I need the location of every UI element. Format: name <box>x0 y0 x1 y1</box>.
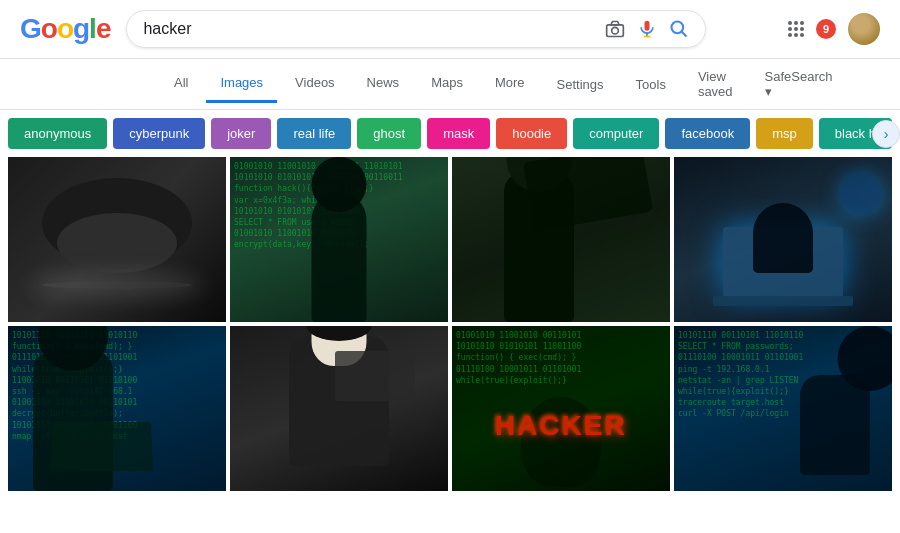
search-submit-icon[interactable] <box>669 19 689 39</box>
chip-msp[interactable]: msp <box>756 118 813 149</box>
header-right: 9 <box>788 13 880 45</box>
nav-bar: All Images Videos News Maps More Setting… <box>0 59 900 110</box>
nav-videos[interactable]: Videos <box>281 65 349 103</box>
image-card-hood-green[interactable]: 01001010 11001010 00110101 11010101 1010… <box>230 157 448 322</box>
hacker-text-label: HACKER <box>495 410 627 442</box>
microphone-icon[interactable] <box>637 19 657 39</box>
nav-all[interactable]: All <box>160 65 202 103</box>
chip-real-life[interactable]: real life <box>277 118 351 149</box>
search-icons <box>605 19 689 39</box>
filter-bar: anonymous cyberpunk joker real life ghos… <box>0 110 900 157</box>
search-box <box>126 10 706 48</box>
nav-maps[interactable]: Maps <box>417 65 477 103</box>
svg-point-1 <box>612 27 619 34</box>
chip-anonymous[interactable]: anonymous <box>8 118 107 149</box>
nav-more[interactable]: More <box>481 65 539 103</box>
image-card-hood-mask[interactable] <box>452 157 670 322</box>
svg-rect-2 <box>645 21 650 31</box>
image-row-2: 10101110 00110101 11010110 function() { … <box>0 326 900 491</box>
chip-hoodie[interactable]: hoodie <box>496 118 567 149</box>
google-logo[interactable]: Google <box>20 13 110 45</box>
notification-badge[interactable]: 9 <box>816 19 836 39</box>
image-row-1: 01001010 11001010 00110101 11010101 1010… <box>0 157 900 322</box>
image-card-glitch[interactable]: 10101110 00110101 11010110 function() { … <box>8 326 226 491</box>
chip-ghost[interactable]: ghost <box>357 118 421 149</box>
nav-tools[interactable]: Tools <box>622 67 680 102</box>
chip-facebook[interactable]: facebook <box>665 118 750 149</box>
header: Google <box>0 0 900 59</box>
camera-icon[interactable] <box>605 19 625 39</box>
nav-settings[interactable]: Settings <box>543 67 618 102</box>
svg-line-6 <box>682 32 687 37</box>
nav-images[interactable]: Images <box>206 65 277 103</box>
image-card-hat[interactable] <box>8 157 226 322</box>
image-card-hacker-text[interactable]: 01001010 11001010 00110101 10101010 0101… <box>452 326 670 491</box>
avatar[interactable] <box>848 13 880 45</box>
chip-computer[interactable]: computer <box>573 118 659 149</box>
apps-grid-icon[interactable] <box>788 21 804 37</box>
nav-news[interactable]: News <box>353 65 414 103</box>
chip-joker[interactable]: joker <box>211 118 271 149</box>
chip-mask[interactable]: mask <box>427 118 490 149</box>
image-card-guy-fawkes[interactable] <box>230 326 448 491</box>
nav-right: Settings Tools View saved SafeSearch ▾ <box>543 59 847 109</box>
image-card-digital[interactable]: 10101110 00110101 11010110 SELECT * FROM… <box>674 326 892 491</box>
svg-point-5 <box>672 22 684 34</box>
search-input[interactable] <box>143 20 595 38</box>
chip-cyberpunk[interactable]: cyberpunk <box>113 118 205 149</box>
nav-view-saved[interactable]: View saved <box>684 59 747 109</box>
image-card-laptop-blue[interactable] <box>674 157 892 322</box>
filter-scroll-right-arrow[interactable]: › <box>872 120 900 148</box>
nav-safesearch[interactable]: SafeSearch ▾ <box>751 59 847 109</box>
